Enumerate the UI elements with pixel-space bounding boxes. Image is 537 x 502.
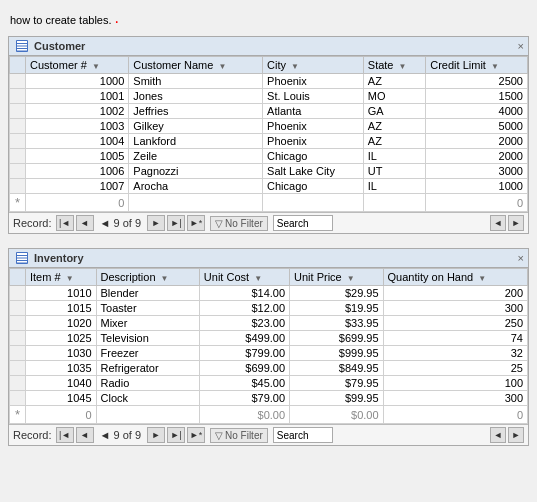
customer-id: 1006 — [26, 164, 129, 179]
customer-city: Atlanta — [263, 104, 364, 119]
customer-table-row[interactable]: 1002 Jeffries Atlanta GA 4000 — [10, 104, 528, 119]
customer-title: Customer — [34, 40, 85, 52]
customer-nav-prev[interactable]: ◄ — [76, 215, 94, 231]
customer-table-row[interactable]: 1004 Lankford Phoenix AZ 2000 — [10, 134, 528, 149]
inventory-col-id[interactable]: Item # ▼ — [26, 269, 97, 286]
customer-record-nav: Record: |◄ ◄ ◄ 9 of 9 ► ►| ►* ▽ No Filte… — [9, 212, 528, 233]
customer-new-name — [129, 194, 263, 212]
customer-nav-first[interactable]: |◄ — [56, 215, 74, 231]
svg-rect-2 — [17, 44, 27, 46]
inventory-price: $79.95 — [290, 376, 384, 391]
inventory-col-price[interactable]: Unit Price ▼ — [290, 269, 384, 286]
customer-credit: 1500 — [426, 89, 528, 104]
customer-table-row[interactable]: 1001 Jones St. Louis MO 1500 — [10, 89, 528, 104]
customer-table-row[interactable]: 1007 Arocha Chicago IL 1000 — [10, 179, 528, 194]
inventory-row-selector — [10, 331, 26, 346]
customer-table-row[interactable]: 1006 Pagnozzi Salt Lake City UT 3000 — [10, 164, 528, 179]
inventory-desc: Television — [96, 331, 199, 346]
inventory-desc: Mixer — [96, 316, 199, 331]
inventory-cost: $14.00 — [199, 286, 289, 301]
inventory-table-row[interactable]: 1025 Television $499.00 $699.95 74 — [10, 331, 528, 346]
customer-city: Salt Lake City — [263, 164, 364, 179]
customer-no-filter-button[interactable]: ▽ No Filter — [210, 216, 268, 231]
inventory-new-row-indicator: * — [10, 406, 26, 424]
inventory-row-selector-header — [10, 269, 26, 286]
customer-nav-new[interactable]: ►* — [187, 215, 205, 231]
customer-col-name[interactable]: Customer Name ▼ — [129, 57, 263, 74]
inventory-cost: $799.00 — [199, 346, 289, 361]
customer-col-credit[interactable]: Credit Limit ▼ — [426, 57, 528, 74]
inventory-nav-last[interactable]: ►| — [167, 427, 185, 443]
inventory-scroll-right[interactable]: ► — [508, 427, 524, 443]
customer-scroll-right[interactable]: ► — [508, 215, 524, 231]
inventory-new-row[interactable]: * 0 $0.00 $0.00 0 — [10, 406, 528, 424]
inventory-price: $29.95 — [290, 286, 384, 301]
inventory-titlebar: Inventory × — [9, 249, 528, 268]
inventory-price: $19.95 — [290, 301, 384, 316]
svg-rect-4 — [17, 49, 27, 51]
inventory-nav-prev[interactable]: ◄ — [76, 427, 94, 443]
inventory-table-row[interactable]: 1035 Refrigerator $699.00 $849.95 25 — [10, 361, 528, 376]
svg-rect-8 — [17, 259, 27, 261]
inventory-scroll-left[interactable]: ◄ — [490, 427, 506, 443]
inventory-table-row[interactable]: 1015 Toaster $12.00 $19.95 300 — [10, 301, 528, 316]
inventory-desc: Radio — [96, 376, 199, 391]
inventory-table-row[interactable]: 1030 Freezer $799.00 $999.95 32 — [10, 346, 528, 361]
customer-close-button[interactable]: × — [518, 40, 524, 52]
customer-state: UT — [363, 164, 425, 179]
inventory-table-row[interactable]: 1045 Clock $79.00 $99.95 300 — [10, 391, 528, 406]
svg-rect-3 — [17, 47, 27, 49]
customer-id: 1002 — [26, 104, 129, 119]
inventory-nav-new[interactable]: ►* — [187, 427, 205, 443]
customer-id: 1005 — [26, 149, 129, 164]
inventory-new-cost: $0.00 — [199, 406, 289, 424]
inventory-close-button[interactable]: × — [518, 252, 524, 264]
customer-table-row[interactable]: 1005 Zeile Chicago IL 2000 — [10, 149, 528, 164]
inventory-qty: 300 — [383, 391, 527, 406]
customer-credit: 2500 — [426, 74, 528, 89]
inventory-table-row[interactable]: 1010 Blender $14.00 $29.95 200 — [10, 286, 528, 301]
customer-new-row[interactable]: * 0 0 — [10, 194, 528, 212]
inventory-id: 1030 — [26, 346, 97, 361]
customer-new-state — [363, 194, 425, 212]
inventory-row-selector — [10, 361, 26, 376]
inventory-col-cost[interactable]: Unit Cost ▼ — [199, 269, 289, 286]
inventory-col-desc[interactable]: Description ▼ — [96, 269, 199, 286]
inventory-no-filter-button[interactable]: ▽ No Filter — [210, 428, 268, 443]
svg-rect-7 — [17, 256, 27, 258]
customer-name: Jones — [129, 89, 263, 104]
customer-credit: 2000 — [426, 134, 528, 149]
inventory-table-row[interactable]: 1020 Mixer $23.00 $33.95 250 — [10, 316, 528, 331]
customer-name: Arocha — [129, 179, 263, 194]
customer-name: Jeffries — [129, 104, 263, 119]
customer-col-id[interactable]: Customer # ▼ — [26, 57, 129, 74]
inventory-price: $999.95 — [290, 346, 384, 361]
inventory-id: 1010 — [26, 286, 97, 301]
inventory-search-input[interactable] — [273, 427, 333, 443]
inventory-qty: 250 — [383, 316, 527, 331]
inventory-id: 1015 — [26, 301, 97, 316]
customer-nav-next[interactable]: ► — [147, 215, 165, 231]
customer-scroll-left[interactable]: ◄ — [490, 215, 506, 231]
inventory-nav-next[interactable]: ► — [147, 427, 165, 443]
inventory-row-selector — [10, 301, 26, 316]
inventory-col-qty[interactable]: Quantity on Hand ▼ — [383, 269, 527, 286]
customer-search-input[interactable] — [273, 215, 333, 231]
customer-table-row[interactable]: 1003 Gilkey Phoenix AZ 5000 — [10, 119, 528, 134]
customer-state: IL — [363, 149, 425, 164]
customer-row-selector — [10, 149, 26, 164]
customer-new-credit: 0 — [426, 194, 528, 212]
inventory-cost: $23.00 — [199, 316, 289, 331]
customer-col-city[interactable]: City ▼ — [263, 57, 364, 74]
customer-state: AZ — [363, 74, 425, 89]
inventory-record-count: ◄ 9 of 9 — [100, 429, 141, 441]
customer-row-selector — [10, 104, 26, 119]
inventory-table-row[interactable]: 1040 Radio $45.00 $79.95 100 — [10, 376, 528, 391]
customer-city: Phoenix — [263, 119, 364, 134]
customer-row-selector — [10, 119, 26, 134]
customer-table-row[interactable]: 1000 Smith Phoenix AZ 2500 — [10, 74, 528, 89]
customer-row-selector — [10, 74, 26, 89]
customer-nav-last[interactable]: ►| — [167, 215, 185, 231]
inventory-nav-first[interactable]: |◄ — [56, 427, 74, 443]
customer-col-state[interactable]: State ▼ — [363, 57, 425, 74]
